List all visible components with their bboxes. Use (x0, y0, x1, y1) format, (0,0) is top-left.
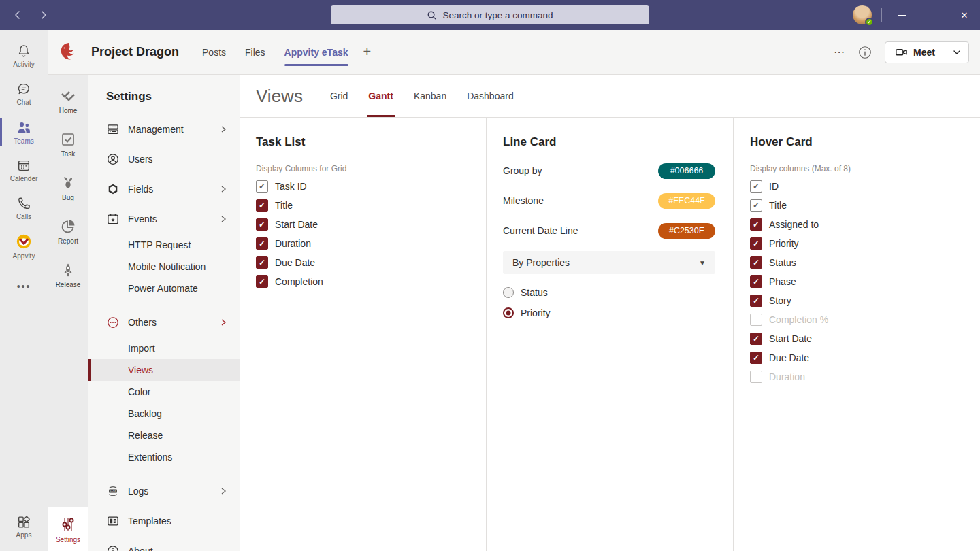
settings-item-fields[interactable]: Fields (88, 174, 240, 204)
radio-row-status[interactable]: Status (503, 286, 715, 299)
settings-item-templates[interactable]: Templates (88, 506, 240, 536)
checkbox[interactable] (750, 295, 762, 307)
sidebar-item-activity[interactable]: Activity (0, 37, 48, 75)
search-input[interactable]: Search or type a command (331, 5, 649, 24)
checkbox[interactable] (750, 276, 762, 288)
checkbox-row-title[interactable]: Title (256, 199, 468, 212)
settings-item-backlog[interactable]: Backlog (88, 403, 240, 424)
checkbox-row-status[interactable]: Status (750, 256, 962, 269)
sidebar-item-teams[interactable]: Teams (0, 113, 48, 151)
settings-item-label: Users (128, 154, 153, 165)
checkbox[interactable] (256, 180, 268, 193)
meet-button[interactable]: Meet (885, 42, 945, 63)
channel-more-button[interactable]: ⋯ (834, 46, 845, 59)
sidebar-item-chat[interactable]: Chat (0, 75, 48, 113)
color-pill[interactable]: #006666 (658, 163, 715, 179)
checkbox-row-task-id[interactable]: Task ID (256, 180, 468, 193)
checkbox[interactable] (750, 199, 762, 212)
sidebar-item-calendar[interactable]: Calender (0, 151, 48, 189)
checkbox[interactable] (750, 352, 762, 364)
minimize-button[interactable] (886, 0, 917, 30)
checkbox-row-priority[interactable]: Priority (750, 237, 962, 250)
settings-item-views[interactable]: Views (88, 359, 240, 381)
checkbox-row-assigned-to[interactable]: Assigned to (750, 218, 962, 231)
checkbox-row-title[interactable]: Title (750, 199, 962, 212)
tab-gantt[interactable]: Gantt (367, 75, 395, 117)
checkbox-row-due-date[interactable]: Due Date (256, 256, 468, 269)
channel-info-button[interactable] (858, 45, 872, 60)
rail-item-release[interactable]: Release (48, 253, 88, 297)
checkbox[interactable] (750, 333, 762, 345)
add-tab-button[interactable]: + (363, 44, 372, 60)
settings-item-events[interactable]: Events (88, 204, 240, 234)
chevron-right-icon (219, 125, 227, 133)
rail-item-settings[interactable]: Settings (48, 507, 88, 551)
color-pill[interactable]: #FEC44F (658, 193, 715, 209)
checkbox-row-duration[interactable]: Duration (750, 371, 962, 383)
checkbox[interactable] (256, 218, 268, 231)
checkbox[interactable] (256, 237, 268, 250)
sidebar-item-calls[interactable]: Calls (0, 189, 48, 227)
sidebar-item-appvity[interactable]: Appvity (0, 227, 48, 265)
settings-item-extentions[interactable]: Extentions (88, 446, 240, 468)
checkbox-row-completion[interactable]: Completion (256, 276, 468, 288)
close-button[interactable]: ✕ (949, 0, 980, 30)
back-button[interactable] (10, 7, 26, 23)
settings-item-label: Events (128, 214, 157, 224)
tab-grid[interactable]: Grid (329, 75, 349, 117)
checkbox-row-phase[interactable]: Phase (750, 276, 962, 288)
radio-row-priority[interactable]: Priority (503, 307, 715, 319)
checkbox-row-id[interactable]: ID (750, 180, 962, 193)
settings-item-mobile-notification[interactable]: Mobile Notification (88, 256, 240, 278)
rail-item-task[interactable]: Task (48, 122, 88, 166)
tab-kanban[interactable]: Kanban (412, 75, 448, 117)
settings-item-import[interactable]: Import (88, 337, 240, 359)
settings-item-release[interactable]: Release (88, 424, 240, 446)
settings-item-others[interactable]: Others (88, 307, 240, 337)
rail-item-home[interactable]: Home (48, 79, 88, 122)
checkbox[interactable] (750, 256, 762, 269)
group-by-dropdown[interactable]: By Properties ▼ (503, 251, 715, 274)
color-row-current-date-line: Current Date Line #C2530E (503, 222, 715, 239)
tab-files[interactable]: Files (245, 30, 265, 74)
radio-button[interactable] (503, 307, 514, 318)
settings-item-management[interactable]: Management (88, 114, 240, 144)
channel-header: Project Dragon Posts Files Appvity eTask… (48, 30, 980, 75)
checkbox[interactable] (750, 314, 762, 326)
checkbox[interactable] (750, 371, 762, 383)
checkbox[interactable] (256, 276, 268, 288)
settings-item-http-request[interactable]: HTTP Request (88, 234, 240, 256)
checkbox-row-completion-pct[interactable]: Completion % (750, 314, 962, 326)
tab-posts[interactable]: Posts (202, 30, 226, 74)
settings-item-logs[interactable]: LOG Logs (88, 476, 240, 506)
tab-appvity-etask[interactable]: Appvity eTask (284, 30, 348, 74)
checkbox[interactable] (750, 237, 762, 250)
checkbox-row-start-date[interactable]: Start Date (750, 333, 962, 345)
checkbox-row-start-date[interactable]: Start Date (256, 218, 468, 231)
settings-item-color[interactable]: Color (88, 381, 240, 403)
checkbox[interactable] (750, 180, 762, 193)
color-pill[interactable]: #C2530E (658, 223, 715, 239)
checkbox[interactable] (256, 256, 268, 269)
meet-options-button[interactable] (945, 42, 968, 63)
rail-item-report[interactable]: Report (48, 210, 88, 253)
more-apps-button[interactable]: ••• (0, 277, 48, 296)
line-card-section: Line Card Group by #006666 Milestone #FE… (487, 118, 734, 551)
settings-item-users[interactable]: Users (88, 144, 240, 174)
maximize-button[interactable] (917, 0, 949, 30)
sidebar-item-apps[interactable]: Apps (0, 507, 48, 546)
checkbox[interactable] (750, 218, 762, 231)
views-header: Views Grid Gantt Kanban Dashboard (240, 75, 980, 118)
tab-dashboard[interactable]: Dashboard (466, 75, 515, 117)
settings-item-about[interactable]: About (88, 536, 240, 551)
chevron-left-icon (16, 12, 19, 18)
forward-button[interactable] (35, 7, 52, 23)
checkbox[interactable] (256, 199, 268, 212)
checkbox-row-duration[interactable]: Duration (256, 237, 468, 250)
settings-item-power-automate[interactable]: Power Automate (88, 278, 240, 299)
rail-item-bug[interactable]: Bug (48, 166, 88, 210)
radio-button[interactable] (503, 287, 514, 298)
user-avatar[interactable]: ✓ (853, 5, 872, 24)
checkbox-row-due-date[interactable]: Due Date (750, 352, 962, 364)
checkbox-row-story[interactable]: Story (750, 295, 962, 307)
